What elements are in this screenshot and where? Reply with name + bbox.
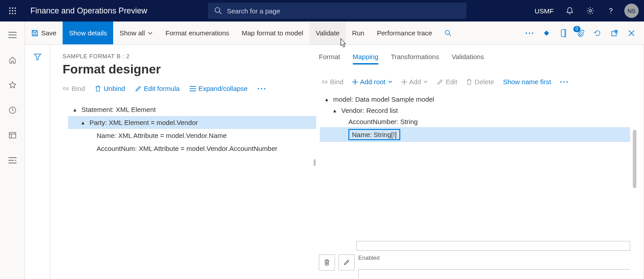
save-label: Save <box>41 29 56 37</box>
add-root-button[interactable]: Add root <box>352 78 393 86</box>
more-actions-button[interactable] <box>560 81 568 83</box>
validate-button[interactable]: Validate <box>309 21 346 44</box>
run-label: Run <box>352 29 364 37</box>
add-button[interactable]: Add <box>402 78 428 86</box>
company-code[interactable]: USMF <box>535 7 554 15</box>
tree-row-vendor[interactable]: ▲ Vendor: Record list <box>320 105 630 116</box>
search-icon <box>445 30 452 37</box>
app-launcher-icon[interactable] <box>5 4 20 18</box>
favorites-icon[interactable] <box>5 78 20 92</box>
delete-button[interactable]: Delete <box>466 78 494 86</box>
tree-row-statement[interactable]: ▲ Statement: XML Element <box>68 103 316 116</box>
tree-label: model: Data model Sample model <box>333 95 434 103</box>
validate-label: Validate <box>316 29 339 37</box>
settings-icon[interactable] <box>583 4 597 18</box>
show-details-button[interactable]: Show details <box>63 21 113 44</box>
more-actions-button[interactable] <box>258 88 266 90</box>
map-format-label: Map format to model <box>242 29 304 37</box>
svg-point-1 <box>12 8 13 9</box>
filter-icon[interactable] <box>34 53 42 279</box>
user-avatar[interactable]: NS <box>624 4 639 18</box>
trash-icon <box>95 86 101 92</box>
show-all-button[interactable]: Show all <box>113 21 159 44</box>
delete-label: Delete <box>475 78 494 86</box>
refresh-icon[interactable] <box>589 25 606 41</box>
popout-icon[interactable] <box>606 25 623 41</box>
unbind-label: Unbind <box>104 85 125 92</box>
help-icon[interactable] <box>604 4 618 18</box>
content-area: SAMPLE FORMAT B : 2 Format designer Bind… <box>25 45 644 279</box>
close-icon[interactable] <box>623 25 640 41</box>
tree-row-model[interactable]: ▲ model: Data model Sample model <box>320 94 630 105</box>
tree-row-accountnumber[interactable]: AccountNumber: String <box>320 116 630 127</box>
delete-property-button[interactable] <box>319 254 335 270</box>
tab-transformations[interactable]: Transformations <box>391 53 439 64</box>
more-icon[interactable] <box>521 25 538 41</box>
chevron-down-icon <box>423 79 428 84</box>
tab-format[interactable]: Format <box>319 53 340 64</box>
run-button[interactable]: Run <box>346 21 371 44</box>
caret-icon: ▲ <box>72 107 78 112</box>
plus-icon <box>402 79 407 85</box>
unbind-button[interactable]: Unbind <box>95 85 125 92</box>
svg-point-5 <box>15 10 16 12</box>
bind-label: Bind <box>330 78 343 86</box>
notifications-icon[interactable] <box>563 4 577 18</box>
performance-trace-button[interactable]: Performance trace <box>371 21 438 44</box>
caret-icon: ▲ <box>332 108 338 113</box>
map-format-to-model-button[interactable]: Map format to model <box>236 21 310 44</box>
svg-point-9 <box>215 8 220 13</box>
recent-icon[interactable] <box>5 103 20 117</box>
tree-label: Name: XML Attribute = model.Vendor.Name <box>97 132 227 139</box>
edit-button[interactable]: Edit <box>437 78 457 86</box>
svg-point-18 <box>526 32 527 34</box>
enabled-input[interactable] <box>358 269 630 279</box>
more-icon <box>258 88 266 90</box>
svg-point-26 <box>560 81 562 82</box>
tab-mapping[interactable]: Mapping <box>353 53 379 64</box>
search-input[interactable] <box>227 7 460 15</box>
caret-icon: ▲ <box>324 97 330 102</box>
tree-row-name[interactable]: Name: XML Attribute = model.Vendor.Name <box>68 129 316 142</box>
breadcrumb: SAMPLE FORMAT B : 2 <box>63 53 316 60</box>
diamond-icon[interactable] <box>538 25 555 41</box>
tree-label: Statement: XML Element <box>81 106 156 113</box>
tree-row-accountnum[interactable]: AccountNum: XML Attribute = model.Vendor… <box>68 142 316 155</box>
workspaces-icon[interactable] <box>5 128 20 142</box>
svg-point-0 <box>9 8 11 9</box>
hamburger-icon[interactable] <box>5 28 20 42</box>
show-name-first-label: Show name first <box>503 78 551 86</box>
tree-row-party[interactable]: ▲ Party: XML Element = model.Vendor <box>68 116 316 129</box>
scrollbar[interactable] <box>633 130 636 188</box>
find-button[interactable] <box>438 21 458 44</box>
global-search[interactable] <box>208 3 466 19</box>
modules-icon[interactable] <box>5 153 20 167</box>
tree-label: AccountNum: XML Attribute = model.Vendor… <box>97 145 277 152</box>
tree-row-name-selected[interactable]: Name: String[!] <box>320 127 630 142</box>
svg-rect-14 <box>9 133 15 138</box>
split-handle[interactable]: ‖ <box>313 159 316 166</box>
format-enumerations-button[interactable]: Format enumerations <box>159 21 236 44</box>
search-icon <box>214 7 222 15</box>
office-icon[interactable] <box>555 25 572 41</box>
save-button[interactable]: Save <box>25 21 63 44</box>
property-input[interactable] <box>356 241 630 251</box>
add-root-label: Add root <box>360 78 386 86</box>
home-icon[interactable] <box>5 53 20 67</box>
attachments-icon[interactable]: 0 <box>572 25 589 41</box>
toolbar-right: 0 <box>521 21 644 44</box>
left-pane-toolbar: Bind Unbind Edit formula Expand/collapse <box>63 85 316 92</box>
filter-column <box>25 45 50 279</box>
bind-button[interactable]: Bind <box>63 85 85 92</box>
tree-label: AccountNumber: String <box>348 118 418 125</box>
tree-label: Vendor: Record list <box>341 107 398 114</box>
show-name-first-button[interactable]: Show name first <box>503 78 551 86</box>
chevron-down-icon <box>388 79 393 84</box>
edit-property-button[interactable] <box>339 254 355 270</box>
edit-formula-button[interactable]: Edit formula <box>135 85 180 92</box>
expand-collapse-button[interactable]: Expand/collapse <box>190 85 248 92</box>
enabled-label: Enabled <box>358 254 630 261</box>
svg-point-3 <box>9 10 11 12</box>
bind-button[interactable]: Bind <box>322 78 343 86</box>
tab-validations[interactable]: Validations <box>452 53 484 64</box>
